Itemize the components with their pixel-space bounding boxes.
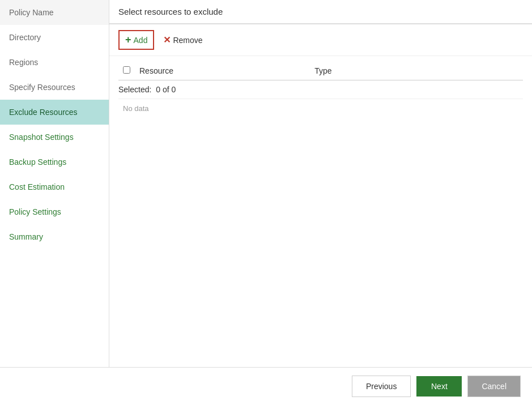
select-all-checkbox[interactable] [123,66,130,74]
cancel-button[interactable]: Cancel [467,376,521,397]
remove-button[interactable]: ✕ Remove [163,35,202,45]
sidebar-item-label: Snapshot Settings [9,133,74,142]
sidebar-item-label: Policy Name [9,8,54,17]
selected-label: Selected: [118,85,151,94]
x-icon: ✕ [163,35,171,45]
add-button[interactable]: + Add [118,30,154,50]
sidebar-item-snapshot-settings[interactable]: Snapshot Settings [0,125,109,150]
next-button[interactable]: Next [416,376,462,397]
sidebar-item-label: Exclude Resources [9,108,78,117]
sidebar-item-label: Cost Estimation [9,182,65,191]
sidebar-item-specify-resources[interactable]: Specify Resources [0,75,109,100]
sidebar-item-label: Policy Settings [9,207,61,216]
selected-count: 0 of 0 [156,85,176,94]
sidebar-item-policy-name[interactable]: Policy Name [0,0,109,25]
no-data-row: No data [118,99,523,118]
sidebar-item-directory[interactable]: Directory [0,25,109,50]
sidebar-item-summary[interactable]: Summary [0,224,109,249]
sidebar-item-backup-settings[interactable]: Backup Settings [0,150,109,174]
no-data-text: No data [123,100,149,117]
sidebar-item-label: Directory [9,33,41,42]
sidebar-item-label: Specify Resources [9,83,75,92]
selected-count-row: Selected: 0 of 0 [118,80,523,99]
sidebar: Policy Name Directory Regions Specify Re… [0,0,109,367]
sidebar-item-label: Summary [9,232,43,241]
resource-table: Resource Type Selected: 0 of 0 [118,62,523,117]
footer: Previous Next Cancel [0,367,532,405]
sidebar-item-exclude-resources[interactable]: Exclude Resources [0,100,109,125]
previous-button[interactable]: Previous [352,376,411,397]
toolbar: + Add ✕ Remove [109,24,532,56]
column-header-type: Type [310,62,523,80]
sidebar-item-regions[interactable]: Regions [0,50,109,75]
content-area: Select resources to exclude + Add ✕ Remo… [109,0,532,367]
column-header-resource: Resource [135,62,310,80]
add-button-label: Add [134,36,148,45]
content-header: Select resources to exclude [109,0,532,24]
page-title: Select resources to exclude [118,7,223,16]
table-container: Resource Type Selected: 0 of 0 [109,56,532,367]
sidebar-item-label: Backup Settings [9,157,66,167]
sidebar-item-policy-settings[interactable]: Policy Settings [0,199,109,224]
plus-icon: + [125,34,131,46]
sidebar-item-cost-estimation[interactable]: Cost Estimation [0,174,109,199]
sidebar-item-label: Regions [9,58,38,67]
remove-button-label: Remove [173,36,202,45]
